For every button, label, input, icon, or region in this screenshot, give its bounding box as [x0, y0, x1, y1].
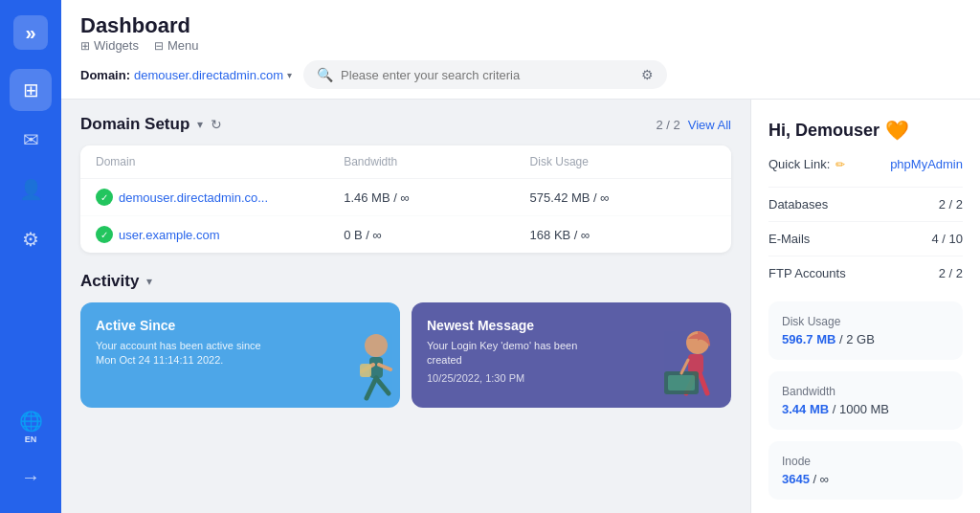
domain-selector[interactable]: Domain: demouser.directadmin.com ▾	[80, 68, 292, 82]
stats-label-databases: Databases	[768, 197, 828, 212]
menu-icon: ⊟	[154, 39, 164, 53]
sidebar-item-apps[interactable]: ⊞	[10, 69, 52, 111]
active-check-1: ✓	[96, 189, 113, 206]
globe-icon: 🌐	[19, 410, 43, 433]
right-panel: Hi, Demouser 🧡 Quick Link: ✏ phpMyAdmin …	[750, 100, 980, 513]
nav-widgets[interactable]: ⊞ Widgets	[80, 38, 139, 53]
svg-rect-6	[360, 364, 371, 377]
search-icon: 🔍	[317, 67, 333, 82]
disk-usage-number: 596.7 MB	[782, 332, 835, 346]
view-all-link[interactable]: View All	[688, 118, 731, 132]
filter-icon[interactable]: ⚙	[641, 67, 654, 82]
nav-menu[interactable]: ⊟ Menu	[154, 38, 199, 53]
sidebar-logo[interactable]: »	[13, 15, 48, 50]
svg-rect-8	[688, 354, 703, 373]
domain-name-2[interactable]: ✓ user.example.com	[96, 226, 344, 243]
greeting-emoji: 🧡	[885, 119, 909, 142]
activity-header: Activity ▾	[80, 272, 731, 291]
domain-label: Domain:	[80, 68, 130, 82]
domain-table: Domain Bandwidth Disk Usage ✓ demouser.d…	[80, 145, 731, 253]
quick-link-value[interactable]: phpMyAdmin	[890, 157, 963, 171]
card-text-newest-message: Your Login Key 'demo' has been created	[427, 339, 614, 368]
disk-usage-card: Disk Usage 596.7 MB / 2 GB	[768, 301, 963, 360]
stats-value-databases: 2 / 2	[939, 197, 963, 212]
header-top: Dashboard ⊞ Widgets ⊟ Menu	[80, 13, 961, 53]
domain-setup-chevron[interactable]: ▾	[197, 118, 203, 131]
inode-number: 3645	[782, 472, 810, 486]
svg-rect-12	[668, 375, 695, 390]
activity-card-newest-message: Newest Message Your Login Key 'demo' has…	[412, 302, 731, 408]
page-title: Dashboard	[80, 13, 199, 38]
search-input[interactable]	[341, 68, 634, 82]
inode-card: Inode 3645 / ∞	[768, 441, 963, 500]
bandwidth-value: 3.44 MB / 1000 MB	[782, 402, 949, 416]
bandwidth-card: Bandwidth 3.44 MB / 1000 MB	[768, 371, 963, 430]
sidebar-item-messages[interactable]: ✉	[10, 119, 52, 161]
messages-icon: ✉	[23, 128, 39, 151]
bandwidth-label: Bandwidth	[782, 385, 949, 398]
language-label: EN	[25, 435, 37, 444]
col-domain: Domain	[96, 155, 344, 168]
activity-cards: Active Since Your account has been activ…	[80, 302, 731, 408]
edit-icon[interactable]: ✏	[835, 158, 845, 171]
sidebar-item-logout[interactable]: →	[10, 456, 52, 498]
table-header: Domain Bandwidth Disk Usage	[80, 145, 731, 179]
table-row: ✓ demouser.directadmin.co... 1.46 MB / ∞…	[80, 179, 731, 216]
sidebar: » ⊞ ✉ 👤 ⚙ 🌐 EN →	[0, 0, 61, 513]
col-bandwidth: Bandwidth	[344, 155, 529, 168]
widgets-icon: ⊞	[80, 39, 90, 53]
logout-icon: →	[21, 466, 40, 488]
sidebar-item-users[interactable]: 👤	[10, 168, 52, 211]
card-illustration-active-since	[314, 322, 400, 408]
chevron-down-icon: ▾	[287, 70, 292, 80]
domain-name-1[interactable]: ✓ demouser.directadmin.co...	[96, 189, 344, 206]
content-area: Domain Setup ▾ ↻ 2 / 2 View All Domain B…	[61, 100, 980, 513]
card-illustration-newest-message	[645, 322, 731, 408]
sidebar-item-language[interactable]: 🌐 EN	[10, 406, 52, 448]
table-row: ✓ user.example.com 0 B / ∞ 168 KB / ∞	[80, 216, 731, 253]
stats-label-emails: E-Mails	[768, 232, 810, 246]
refresh-icon[interactable]: ↻	[211, 117, 222, 132]
svg-line-3	[376, 378, 389, 393]
user-icon: 👤	[19, 178, 43, 201]
activity-chevron[interactable]: ▾	[146, 275, 152, 288]
sidebar-bottom: 🌐 EN →	[10, 406, 52, 498]
header: Dashboard ⊞ Widgets ⊟ Menu Domain: demou…	[61, 0, 980, 100]
greeting: Hi, Demouser 🧡	[768, 119, 963, 142]
domain-value: demouser.directadmin.com	[134, 68, 283, 82]
main-content: Dashboard ⊞ Widgets ⊟ Menu Domain: demou…	[61, 0, 980, 513]
stats-row-ftp: FTP Accounts 2 / 2	[768, 256, 963, 290]
stats-value-ftp: 2 / 2	[939, 266, 963, 280]
disk-usage-label: Disk Usage	[782, 315, 949, 328]
disk-2: 168 KB / ∞	[530, 228, 716, 242]
quick-link-label: Quick Link:	[768, 157, 830, 171]
domain-count: 2 / 2	[656, 118, 679, 132]
inode-total: ∞	[820, 472, 829, 486]
reader-illustration	[645, 322, 731, 408]
bandwidth-2: 0 B / ∞	[344, 228, 529, 242]
sidebar-item-settings[interactable]: ⚙	[10, 218, 52, 260]
stats-row-emails: E-Mails 4 / 10	[768, 221, 963, 256]
disk-1: 575.42 MB / ∞	[530, 190, 716, 205]
content-main: Domain Setup ▾ ↻ 2 / 2 View All Domain B…	[61, 100, 750, 513]
domain-setup-title: Domain Setup	[80, 115, 189, 134]
bandwidth-1: 1.46 MB / ∞	[344, 190, 529, 205]
quick-link-row: Quick Link: ✏ phpMyAdmin	[768, 157, 963, 171]
bandwidth-number: 3.44 MB	[782, 402, 829, 416]
bandwidth-separator: /	[833, 402, 839, 416]
svg-line-10	[700, 373, 707, 393]
svg-point-0	[365, 334, 388, 357]
gear-icon: ⚙	[22, 228, 39, 251]
stats-label-ftp: FTP Accounts	[768, 266, 846, 280]
card-text-active-since: Your account has been active since Mon O…	[96, 339, 283, 368]
disk-usage-value: 596.7 MB / 2 GB	[782, 332, 949, 346]
active-check-2: ✓	[96, 226, 113, 243]
svg-line-13	[681, 360, 688, 373]
inode-label: Inode	[782, 455, 949, 468]
header-nav: ⊞ Widgets ⊟ Menu	[80, 38, 199, 53]
apps-icon: ⊞	[23, 78, 39, 101]
runner-illustration	[314, 322, 400, 408]
col-disk: Disk Usage	[530, 155, 716, 168]
header-left: Dashboard ⊞ Widgets ⊟ Menu	[80, 13, 199, 53]
svg-line-2	[367, 378, 376, 398]
